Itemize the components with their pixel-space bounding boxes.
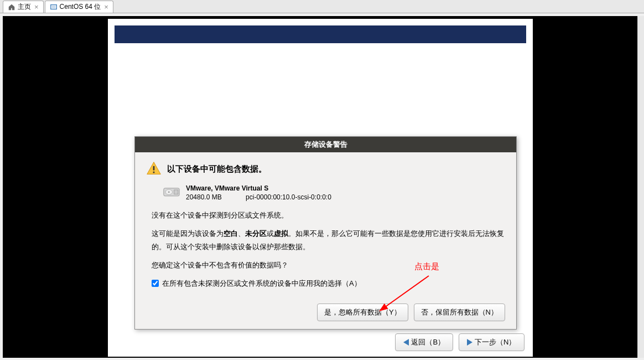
device-meta: 20480.0 MB pci-0000:00:10.0-scsi-0:0:0:0 xyxy=(186,193,331,201)
tab-label: CentOS 64 位 xyxy=(60,2,101,12)
apply-all-checkbox-row: 在所有包含未探测分区或文件系统的设备中应用我的选择（A） xyxy=(152,279,505,289)
yes-discard-button[interactable]: 是，忽略所有数据（Y） xyxy=(317,304,408,321)
dialog-buttons: 是，忽略所有数据（Y） 否，保留所有数据（N） xyxy=(135,297,516,330)
scrollbar-vertical[interactable] xyxy=(637,16,644,358)
nav-buttons: 返回（B） 下一步（N） xyxy=(395,333,524,351)
next-button[interactable]: 下一步（N） xyxy=(459,333,524,351)
device-size: 20480.0 MB xyxy=(186,193,222,201)
dialog-heading: 以下设备中可能包含数据。 xyxy=(146,161,505,178)
arrow-left-icon xyxy=(403,339,409,346)
device-info: VMware, VMware Virtual S 20480.0 MB pci-… xyxy=(186,184,331,201)
device-row: VMware, VMware Virtual S 20480.0 MB pci-… xyxy=(163,184,505,201)
apply-all-checkbox[interactable] xyxy=(152,280,159,287)
disk-icon xyxy=(163,184,186,199)
installer-header-bar xyxy=(115,25,526,43)
next-label: 下一步（N） xyxy=(475,337,516,347)
dialog-body: 以下设备中可能包含数据。 VMware, VMware Virtual S 20… xyxy=(135,152,516,297)
device-pci: pci-0000:00:10.0-scsi-0:0:0:0 xyxy=(246,193,331,201)
checkbox-label: 在所有包含未探测分区或文件系统的设备中应用我的选择（A） xyxy=(162,279,361,289)
tab-bar: 主页 × CentOS 64 位 × xyxy=(0,0,644,13)
device-name: VMware, VMware Virtual S xyxy=(186,184,331,192)
dialog-para3: 您确定这个设备中不包含有价值的数据吗？ xyxy=(152,259,505,271)
dialog-heading-text: 以下设备中可能包含数据。 xyxy=(167,164,267,174)
home-icon xyxy=(8,3,15,11)
storage-warning-dialog: 存储设备警告 以下设备中可能包含数据。 xyxy=(134,136,517,330)
svg-rect-7 xyxy=(174,190,178,194)
tab-centos[interactable]: CentOS 64 位 × xyxy=(45,1,113,13)
annotation-text: 点击是 xyxy=(414,261,439,272)
svg-point-3 xyxy=(153,171,154,173)
back-button[interactable]: 返回（B） xyxy=(395,333,453,351)
vm-icon xyxy=(50,3,58,11)
svg-rect-2 xyxy=(153,166,155,171)
dialog-para1: 没有在这个设备中探测到分区或文件系统。 xyxy=(152,209,505,222)
warning-icon xyxy=(146,161,167,178)
close-icon[interactable]: × xyxy=(104,3,108,11)
dialog-text: 没有在这个设备中探测到分区或文件系统。 这可能是因为该设备为空白、未分区或虚拟。… xyxy=(152,209,505,272)
dialog-para2: 这可能是因为该设备为空白、未分区或虚拟。如果不是，那么它可能有一些数据是您使用它… xyxy=(152,227,505,253)
arrow-right-icon xyxy=(467,339,472,346)
back-label: 返回（B） xyxy=(411,337,445,347)
dialog-title: 存储设备警告 xyxy=(135,137,516,152)
svg-rect-1 xyxy=(51,6,55,8)
svg-point-6 xyxy=(168,192,169,193)
tab-label: 主页 xyxy=(18,2,31,12)
tab-home[interactable]: 主页 × xyxy=(3,1,44,13)
close-icon[interactable]: × xyxy=(34,3,39,11)
no-keep-button[interactable]: 否，保留所有数据（N） xyxy=(414,304,505,321)
